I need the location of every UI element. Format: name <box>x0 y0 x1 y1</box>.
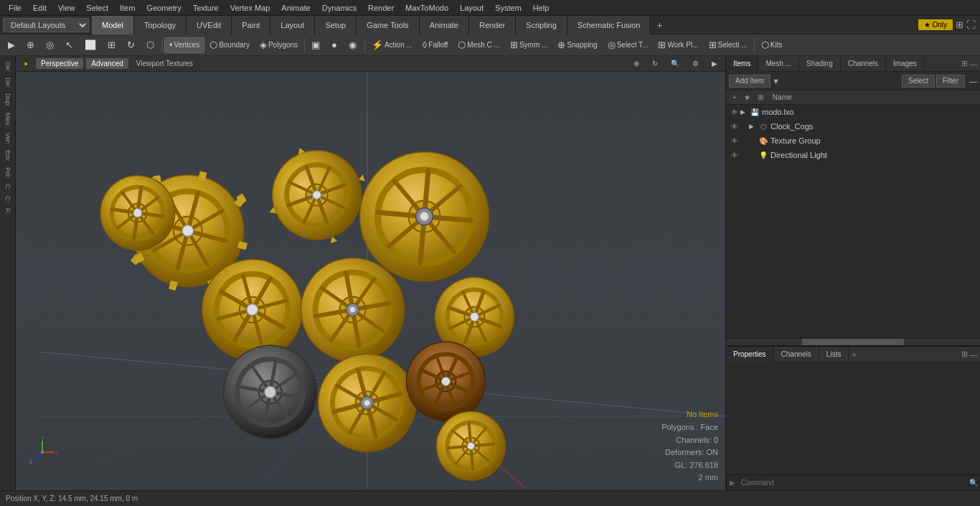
tab-schematic-fusion[interactable]: Schematic Fusion <box>567 16 651 34</box>
viewport-textures-btn[interactable]: Viewport Textures <box>131 58 198 69</box>
menu-edit[interactable]: Edit <box>27 2 52 14</box>
layout-icon-1[interactable]: ⊞ <box>956 19 963 30</box>
viewport-perspective-btn[interactable]: Perspective <box>36 58 83 69</box>
toolbar-shape-2[interactable]: ● <box>326 37 344 53</box>
menu-select[interactable]: Select <box>80 2 114 14</box>
arrow-icon-1[interactable]: ▶ <box>749 123 758 130</box>
sidebar-label-ver[interactable]: Ver: <box>4 130 11 147</box>
toolbar-shape-3[interactable]: ◉ <box>344 37 363 53</box>
tree-row-2[interactable]: 👁 🎨 Texture Group <box>726 133 980 148</box>
menu-maxtomodo[interactable]: MaxToModo <box>400 2 454 14</box>
viewport-icon-3[interactable]: 🔍 <box>666 58 684 69</box>
eye-icon-0[interactable]: 👁 <box>729 106 740 118</box>
tab-uvedit[interactable]: UVEdit <box>187 16 232 34</box>
sidebar-label-em[interactable]: Em: <box>4 147 11 164</box>
star-icon-btn[interactable]: ★ <box>740 92 754 103</box>
toolbar-btn-7[interactable]: ⬡ <box>141 37 161 53</box>
arrow-icon-0[interactable]: ▶ <box>740 108 749 116</box>
viewport-advanced-btn[interactable]: Advanced <box>86 58 128 69</box>
menu-dynamics[interactable]: Dynamics <box>316 2 362 14</box>
menu-view[interactable]: View <box>52 2 81 14</box>
sidebar-label-c2[interactable]: C: <box>4 193 11 205</box>
select-button[interactable]: Select <box>902 75 935 88</box>
sidebar-label-f[interactable]: F: <box>4 205 11 217</box>
tab-properties[interactable]: Properties <box>726 347 774 362</box>
toolbar-btn-3[interactable]: ↖ <box>60 37 80 53</box>
menu-item[interactable]: Item <box>114 2 141 14</box>
props-add-btn[interactable]: + <box>852 350 856 359</box>
toolbar-btn-5[interactable]: ⊞ <box>103 37 122 53</box>
command-input[interactable] <box>738 479 968 487</box>
toolbar-symm-btn[interactable]: ⊞Symm ... <box>505 37 552 53</box>
sidebar-label-de1[interactable]: De: <box>4 59 11 75</box>
toolbar-btn-4[interactable]: ⬜ <box>80 37 103 53</box>
sidebar-label-c1[interactable]: C: <box>4 181 11 193</box>
layout-icon-2[interactable]: ⛶ <box>966 19 976 30</box>
items-scrollbar[interactable] <box>726 338 980 345</box>
toolbar-boundary-btn[interactable]: ⬡Boundary <box>204 37 255 53</box>
eye-icon-3[interactable]: 👁 <box>729 149 740 161</box>
menu-texture[interactable]: Texture <box>187 2 225 14</box>
props-close-icon[interactable]: — <box>969 350 977 359</box>
eye-icon-2[interactable]: 👁 <box>729 135 740 146</box>
toolbar-mesh-btn[interactable]: ⬡Mesh C ... <box>453 37 505 53</box>
toolbar-workpl-btn[interactable]: ⊞Work Pl... <box>653 37 703 53</box>
tab-topology[interactable]: Topology <box>134 16 187 34</box>
tab-lists[interactable]: Lists <box>819 347 849 362</box>
toolbar-polygons-btn[interactable]: ◈Polygons <box>255 37 303 53</box>
tab-items[interactable]: Items <box>726 56 758 72</box>
cmd-search-icon[interactable]: 🔍 <box>968 479 979 487</box>
viewport-icon-1[interactable]: ⊕ <box>628 58 644 69</box>
filter-button[interactable]: Filter <box>936 75 965 88</box>
menu-system[interactable]: System <box>489 2 527 14</box>
viewport-icon-5[interactable]: ▶ <box>707 58 722 69</box>
cmd-arrow-icon[interactable]: ▶ <box>727 479 738 487</box>
toolbar-vertices-btn[interactable]: •Vertices <box>164 37 204 53</box>
tab-setup[interactable]: Setup <box>315 16 357 34</box>
add-item-dropdown-icon[interactable]: ▼ <box>772 77 780 85</box>
sidebar-label-dup[interactable]: Dup: <box>4 90 11 110</box>
tab-paint[interactable]: Paint <box>232 16 270 34</box>
menu-file[interactable]: File <box>3 2 27 14</box>
tab-channels[interactable]: Channels <box>841 56 886 72</box>
toolbar-snapping-btn[interactable]: ⊕Snapping <box>552 37 602 53</box>
tab-animate[interactable]: Animate <box>420 16 469 34</box>
toolbar-shape-1[interactable]: ▣ <box>306 37 326 53</box>
eye-icon-1[interactable]: 👁 <box>729 121 740 132</box>
tree-row-0[interactable]: 👁 ▶ 💾 modo.lxo <box>726 105 980 119</box>
viewport-icon-4[interactable]: ⚙ <box>687 58 704 69</box>
toolbar-btn-0[interactable]: ▶ <box>3 37 22 53</box>
toolbar-action-btn[interactable]: ⚡Action ... <box>367 37 418 53</box>
toolbar-falloff-btn[interactable]: ◊Falloff <box>418 37 453 53</box>
menu-geometry[interactable]: Geometry <box>141 2 187 14</box>
add-icon-btn[interactable]: + <box>729 92 740 103</box>
toolbar-selecti-btn[interactable]: ⊞Selecti ... <box>704 37 753 53</box>
props-expand-icon[interactable]: ⊞ <box>961 350 968 359</box>
add-item-button[interactable]: Add Item <box>729 75 771 88</box>
star-only-button[interactable]: ★ Only <box>918 19 953 30</box>
viewport-canvas[interactable]: No Items Polygons : Face Channels: 0 Def… <box>16 72 725 490</box>
tree-row-1[interactable]: 👁 ▶ ⬡ Clock_Cogs <box>726 119 980 133</box>
tab-render[interactable]: Render <box>469 16 516 34</box>
tab-channels-props[interactable]: Channels <box>774 347 819 362</box>
menu-animate[interactable]: Animate <box>275 2 316 14</box>
tab-game-tools[interactable]: Game Tools <box>357 16 420 34</box>
menu-render[interactable]: Render <box>362 2 400 14</box>
tab-shading[interactable]: Shading <box>799 56 841 72</box>
tab-images[interactable]: Images <box>886 56 925 72</box>
tab-layout[interactable]: Layout <box>270 16 315 34</box>
panel-expand-icon[interactable]: ⊞ <box>961 59 968 68</box>
toolbar-btn-2[interactable]: ◎ <box>41 37 60 53</box>
toolbar-btn-1[interactable]: ⊕ <box>22 37 41 53</box>
toolbar-kits-btn[interactable]: ⬡Kits <box>756 37 788 53</box>
panel-close-icon[interactable]: — <box>969 60 977 68</box>
menu-layout[interactable]: Layout <box>454 2 489 14</box>
menu-help[interactable]: Help <box>527 2 555 14</box>
tab-mesh[interactable]: Mesh ... <box>758 56 799 72</box>
tab-scripting[interactable]: Scripting <box>516 16 567 34</box>
viewport-dot-btn[interactable]: ● <box>19 58 33 69</box>
sidebar-label-de2[interactable]: De: <box>4 75 11 90</box>
add-layout-tab-button[interactable]: + <box>651 17 668 33</box>
panel-minus-icon[interactable]: — <box>969 77 977 85</box>
toolbar-btn-6[interactable]: ↻ <box>122 37 141 53</box>
